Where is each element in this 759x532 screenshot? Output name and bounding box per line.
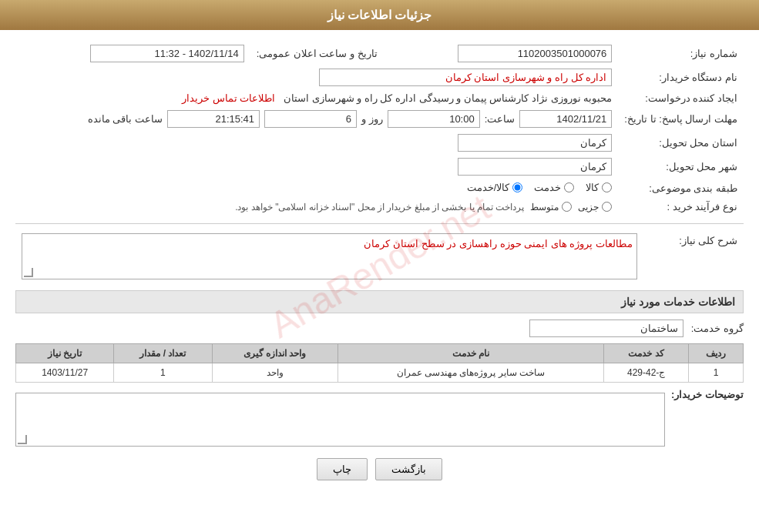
buyer-org-label: نام دستگاه خریدار: (618, 65, 744, 89)
cell-name: ساخت سایر پروژه‌های مهندسی عمران (338, 363, 604, 383)
delivery-province-label: استان محل تحویل: (618, 131, 744, 155)
resize-handle[interactable] (24, 268, 33, 277)
need-number-value: 1102003501000076 (458, 45, 612, 62)
col-quantity: تعداد / مقدار (114, 344, 212, 363)
delivery-city-label: شهر محل تحویل: (618, 155, 744, 179)
cell-date: 1403/11/27 (16, 363, 114, 383)
response-days-label: روز و (361, 113, 383, 125)
need-desc-label: شرح کلی نیاز: (643, 230, 744, 283)
group-label: گروه خدمت: (691, 323, 744, 334)
process-note: پرداخت تمام یا بخشی از مبلغ خریدار از مح… (235, 202, 524, 212)
divider-1 (15, 223, 744, 224)
need-desc-value: مطالعات پروژه های ایمنی حوزه راهسازی در … (364, 238, 633, 249)
col-date: تاریخ نیاز (16, 344, 114, 363)
response-remaining-label: ساعت باقی مانده (88, 113, 163, 125)
cell-code: ج-42-429 (604, 363, 689, 383)
service-table: ردیف کد خدمت نام خدمت واحد اندازه گیری ت… (15, 343, 744, 383)
col-row: ردیف (688, 344, 743, 363)
delivery-city-value: کرمان (458, 158, 612, 176)
print-button[interactable]: چاپ (317, 458, 368, 480)
buttons-row: بازگشت چاپ (15, 458, 744, 480)
response-date: 1402/11/21 (519, 110, 612, 128)
response-remaining-time: 21:15:41 (167, 110, 260, 128)
col-name: نام خدمت (338, 344, 604, 363)
cell-row: 1 (688, 363, 743, 383)
requester-name: محبوبه نوروزی نژاد کارشناس پیمان و رسیدگ… (284, 92, 612, 104)
need-desc-box: مطالعات پروژه های ایمنی حوزه راهسازی در … (22, 233, 637, 279)
buyer-desc-resize[interactable] (18, 435, 27, 444)
subject-radio-group: کالا خدمت کالا/خدمت (467, 182, 613, 193)
process-label: نوع فرآیند خرید : (618, 198, 744, 216)
page-title: جزئیات اطلاعات نیاز (327, 8, 432, 22)
response-days: 6 (264, 110, 357, 128)
cell-quantity: 1 (114, 363, 212, 383)
response-time-label: ساعت: (485, 113, 516, 125)
process-option-medium[interactable]: متوسط (530, 202, 572, 212)
subject-option-both[interactable]: کالا/خدمت (467, 182, 523, 193)
col-code: کد خدمت (604, 344, 689, 363)
group-value: ساختمان (529, 320, 683, 337)
buyer-desc-label: توضیحات خریدار: (671, 389, 744, 400)
response-time: 10:00 (388, 110, 480, 128)
buyer-desc-box (15, 393, 665, 447)
subject-option-goods[interactable]: کالا (586, 182, 612, 193)
delivery-province-value: کرمان (458, 134, 612, 152)
process-option-partial[interactable]: جزیی (578, 202, 612, 212)
col-unit: واحد اندازه گیری (212, 344, 338, 363)
announcement-datetime-value: 1402/11/14 - 11:32 (90, 45, 244, 62)
group-service-row: گروه خدمت: ساختمان (15, 320, 744, 337)
buyer-desc-section: توضیحات خریدار: (15, 389, 744, 447)
announcement-datetime-label: تاریخ و ساعت اعلان عمومی: (250, 42, 384, 65)
back-button[interactable]: بازگشت (375, 458, 442, 480)
page-header: جزئیات اطلاعات نیاز (0, 0, 759, 30)
need-number-label: شماره نیاز: (618, 42, 744, 65)
table-row: 1 ج-42-429 ساخت سایر پروژه‌های مهندسی عم… (16, 363, 744, 383)
cell-unit: واحد (212, 363, 338, 383)
requester-link[interactable]: اطلاعات تماس خریدار (182, 92, 275, 104)
requester-label: ایجاد کننده درخواست: (618, 89, 744, 107)
buyer-org-value: اداره کل راه و شهرسازی استان کرمان (319, 69, 612, 86)
service-section-title: اطلاعات خدمات مورد نیاز (15, 290, 744, 313)
subject-label: طبقه بندی موضوعی: (618, 179, 744, 198)
response-deadline-label: مهلت ارسال پاسخ: تا تاریخ: (618, 107, 744, 131)
subject-option-service[interactable]: خدمت (534, 182, 574, 193)
